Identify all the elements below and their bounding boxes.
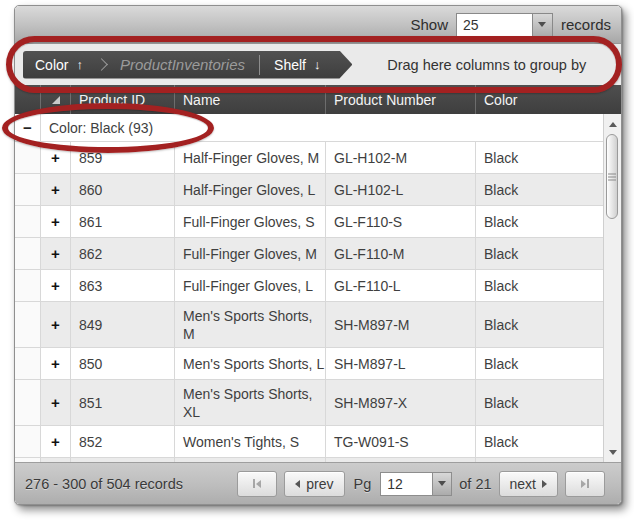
cell-name: Full-Finger Gloves, S (175, 206, 326, 237)
cell-product-number: SH-M897-L (326, 348, 476, 379)
scrollbar-thumb[interactable] (606, 134, 618, 219)
group-chip-color[interactable]: Color (23, 57, 76, 73)
chevron-down-icon (538, 22, 546, 27)
group-row-label: Color: Black (93) (41, 120, 153, 136)
cell-name: Men's Sports Shorts, M (175, 302, 326, 347)
table-row-partial (15, 458, 603, 462)
cell-name-text: Half-Finger Gloves, M (183, 149, 319, 167)
row-indent-cell (15, 458, 41, 462)
cell-name: Full-Finger Gloves, L (175, 270, 326, 301)
cell-product-id: 851 (71, 380, 175, 425)
row-indent-cell (15, 426, 41, 457)
cell-product-id: 862 (71, 238, 175, 269)
cell-name-text: Full-Finger Gloves, L (183, 277, 313, 295)
column-header-color[interactable]: Color (476, 85, 621, 114)
page-size-input[interactable] (456, 13, 532, 37)
expand-row-button[interactable]: + (41, 174, 71, 205)
row-indent-cell (15, 348, 41, 379)
table-row[interactable]: + 863 Full-Finger Gloves, L GL-F110-L Bl… (15, 270, 603, 302)
cell-product-number: GL-H102-M (326, 142, 476, 173)
cell-name: Half-Finger Gloves, L (175, 174, 326, 205)
table-row[interactable]: + 861 Full-Finger Gloves, S GL-F110-S Bl… (15, 206, 603, 238)
cell-product-number: SH-M897-M (326, 302, 476, 347)
table-row[interactable]: + 862 Full-Finger Gloves, M GL-F110-M Bl… (15, 238, 603, 270)
table-row[interactable]: + 860 Half-Finger Gloves, L GL-H102-L Bl… (15, 174, 603, 206)
triangle-left-icon (295, 480, 300, 488)
page-number-input[interactable] (380, 472, 432, 496)
records-status: 276 - 300 of 504 records (25, 476, 237, 492)
vertical-scrollbar[interactable] (603, 114, 621, 462)
scroll-down-button[interactable] (604, 444, 621, 460)
table-name-label: ProductInventories (108, 56, 259, 73)
cell-name: Men's Sports Shorts, L (175, 348, 326, 379)
row-indent-cell (15, 174, 41, 205)
last-page-icon (581, 479, 589, 488)
row-indent-cell (15, 142, 41, 173)
divider (259, 55, 260, 75)
cell-product-number: SH-M897-X (326, 380, 476, 425)
expand-row-button[interactable]: + (41, 348, 71, 379)
cell-product-id (71, 458, 175, 462)
expand-row-button[interactable]: + (41, 302, 71, 347)
group-chip-shelf[interactable]: Shelf (262, 57, 314, 73)
of-total-label: of 21 (459, 476, 491, 492)
expand-row-button[interactable]: + (41, 270, 71, 301)
collapse-group-button[interactable]: − (15, 114, 41, 141)
page-size-dropdown-button[interactable] (532, 13, 553, 37)
cell-color: Black (476, 348, 603, 379)
sort-ascending-icon[interactable]: ↑ (76, 57, 95, 72)
expand-row-button[interactable]: + (41, 142, 71, 173)
page-number-dropdown-button[interactable] (432, 472, 452, 496)
header-expand-cell[interactable] (41, 85, 71, 114)
cell-name: Men's Sports Shorts, XL (175, 380, 326, 425)
group-row-color-black: − Color: Black (93) (15, 114, 603, 142)
page-size-combobox (456, 13, 553, 37)
first-page-icon (253, 479, 261, 488)
table-row[interactable]: + 859 Half-Finger Gloves, M GL-H102-M Bl… (15, 142, 603, 174)
cell-name-text: Half-Finger Gloves, L (183, 181, 315, 199)
column-header-product-id[interactable]: Product ID (71, 85, 175, 114)
table-row[interactable]: + 849 Men's Sports Shorts, M SH-M897-M B… (15, 302, 603, 348)
data-grid-window: Show records Color ↑ ProductInventories … (14, 5, 622, 505)
cell-product-number (326, 458, 476, 462)
table-row[interactable]: + 850 Men's Sports Shorts, L SH-M897-L B… (15, 348, 603, 380)
column-header-row: Product ID Name Product Number Color (15, 85, 621, 114)
cell-color: Black (476, 380, 603, 425)
row-indent-cell (15, 302, 41, 347)
cell-name: Full-Finger Gloves, M (175, 238, 326, 269)
cell-color: Black (476, 206, 603, 237)
cell-product-number: GL-F110-S (326, 206, 476, 237)
chevron-down-icon (438, 481, 446, 486)
table-row[interactable]: + 852 Women's Tights, S TG-W091-S Black (15, 426, 603, 458)
prev-page-button[interactable]: prev (284, 471, 344, 497)
expand-row-button[interactable]: + (41, 238, 71, 269)
table-row[interactable]: + 851 Men's Sports Shorts, XL SH-M897-X … (15, 380, 603, 426)
column-header-product-number[interactable]: Product Number (326, 85, 476, 114)
row-indent-cell (15, 206, 41, 237)
scroll-up-button[interactable] (604, 116, 621, 132)
cell-product-number: GL-F110-L (326, 270, 476, 301)
next-page-button[interactable]: next (499, 471, 558, 497)
corner-triangle-icon (52, 96, 60, 104)
top-toolbar: Show records (15, 6, 621, 44)
pager-controls: prev Pg of 21 next (237, 471, 605, 497)
cell-product-id: 859 (71, 142, 175, 173)
triangle-down-icon (609, 450, 617, 455)
cell-name (175, 458, 326, 462)
group-by-bar: Color ↑ ProductInventories Shelf ↓ Drag … (15, 44, 621, 85)
column-header-name[interactable]: Name (175, 85, 326, 114)
drag-columns-hint: Drag here columns to group by (352, 57, 621, 73)
cell-color: Black (476, 270, 603, 301)
cell-color: Black (476, 238, 603, 269)
first-page-button[interactable] (237, 471, 277, 497)
cell-product-id: 861 (71, 206, 175, 237)
expand-row-button[interactable]: + (41, 426, 71, 457)
chevron-right-icon (95, 58, 108, 71)
expand-row-button[interactable]: + (41, 206, 71, 237)
last-page-button[interactable] (565, 471, 605, 497)
row-indent-cell (15, 380, 41, 425)
expand-row-button[interactable]: + (41, 380, 71, 425)
cell-color (476, 458, 603, 462)
sort-descending-icon[interactable]: ↓ (314, 57, 333, 72)
triangle-up-icon (609, 122, 617, 127)
